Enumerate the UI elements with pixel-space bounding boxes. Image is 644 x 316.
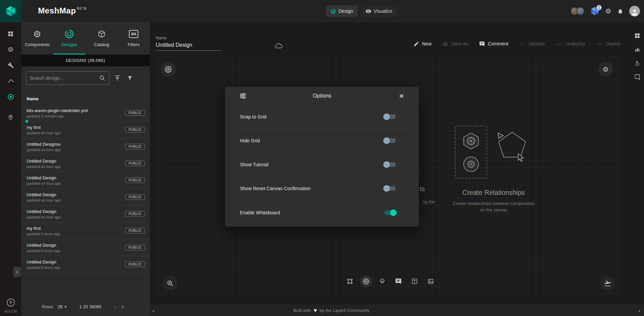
validate-button[interactable]: Validate bbox=[519, 38, 545, 49]
help-icon[interactable]: ? bbox=[7, 299, 15, 307]
new-button[interactable]: New bbox=[414, 38, 432, 49]
design-list-item[interactable]: my first updated 6 hours ago PUBLIC bbox=[21, 222, 150, 239]
tab-catalog[interactable]: Catalog bbox=[85, 22, 118, 55]
hide-grid-toggle[interactable] bbox=[384, 137, 396, 144]
layer5-logo[interactable] bbox=[0, 0, 21, 22]
app-version: v0.6.176 bbox=[4, 310, 17, 313]
tab-components[interactable]: Components bbox=[21, 22, 53, 55]
previous-page-button[interactable]: ‹ bbox=[114, 304, 116, 310]
design-name-input[interactable] bbox=[156, 40, 221, 51]
undeploy-button[interactable]: Undeploy bbox=[556, 38, 585, 49]
arrowhead-icon bbox=[498, 133, 503, 138]
filter-funnel-icon[interactable] bbox=[126, 74, 134, 82]
close-icon[interactable]: × bbox=[399, 92, 404, 100]
design-list-item[interactable]: my first updated an hour ago PUBLIC bbox=[21, 121, 150, 138]
pencil-icon bbox=[414, 41, 419, 47]
comment-panel-icon[interactable] bbox=[633, 72, 642, 82]
notification-badge: 1 bbox=[597, 5, 602, 10]
enable-whiteboard-toggle[interactable] bbox=[384, 209, 396, 216]
design-list-item[interactable]: Untitled Designss updated an hour ago PU… bbox=[21, 138, 150, 155]
option-label: Snap to Grid bbox=[240, 114, 266, 119]
text-tool-icon[interactable] bbox=[408, 275, 421, 287]
hexagon-logo-icon bbox=[5, 5, 16, 17]
comment-button[interactable]: Comment bbox=[479, 38, 508, 49]
search-icon bbox=[99, 75, 106, 81]
chevron-left-icon: ‹ bbox=[114, 303, 116, 310]
design-info: Untitled Design updated 8 hours ago bbox=[27, 259, 125, 270]
tab-visualize[interactable]: Visualize bbox=[361, 5, 397, 17]
user-avatar[interactable] bbox=[629, 6, 640, 16]
design-list-item[interactable]: Untitled Design updated an hour ago PUBL… bbox=[21, 189, 150, 206]
reset-canvas-confirmation-toggle[interactable] bbox=[384, 185, 396, 192]
configuration-wrench-icon[interactable] bbox=[6, 61, 15, 70]
components-tool-icon[interactable] bbox=[344, 275, 356, 287]
design-list-item[interactable]: Untitled Design updated 8 hours ago PUBL… bbox=[21, 239, 150, 256]
tab-designs[interactable]: Designs bbox=[53, 22, 86, 55]
lifecycle-gear-icon[interactable]: ⚙ bbox=[6, 45, 15, 54]
design-list-item[interactable]: Untitled Design updated 8 hours ago PUBL… bbox=[21, 256, 150, 273]
design-info: k8s-wasm-plugin-ratelimiter.yml updated … bbox=[27, 108, 125, 118]
deploy-button[interactable]: Deploy bbox=[596, 38, 620, 49]
settings-gear-icon[interactable]: ⚙ bbox=[605, 8, 611, 14]
design-knot-icon bbox=[330, 8, 336, 14]
notifications-bell-icon[interactable] bbox=[617, 8, 623, 14]
zoom-button[interactable] bbox=[163, 276, 178, 291]
kubernetes-view-button[interactable] bbox=[161, 62, 176, 77]
relationship-illustration bbox=[445, 126, 542, 182]
touch-gesture-icon[interactable] bbox=[633, 59, 642, 68]
show-tutorial-toggle[interactable] bbox=[384, 161, 396, 168]
design-list-item[interactable]: k8s-wasm-plugin-ratelimiter.yml updated … bbox=[21, 105, 150, 121]
occluded-hint-desc-fragment: ng the bbox=[423, 199, 435, 204]
collaborator-avatars[interactable] bbox=[571, 7, 584, 15]
canvas-options-gear-button[interactable]: ⚙ bbox=[598, 62, 613, 77]
person-icon bbox=[630, 8, 639, 16]
gear-glyph: ⚙ bbox=[605, 8, 611, 14]
import-design-icon[interactable] bbox=[113, 74, 122, 82]
mode-switch: Design Visualize bbox=[326, 5, 397, 17]
rail-bottom: ? v0.6.176 bbox=[4, 299, 17, 316]
dashboard-icon[interactable] bbox=[6, 29, 15, 38]
sidebar-expand-button[interactable]: › bbox=[13, 267, 21, 277]
design-name: Untitled Design bbox=[27, 159, 125, 164]
rows-per-page-select[interactable]: 25 ▾ bbox=[58, 304, 67, 309]
chart-panel-icon[interactable] bbox=[633, 45, 642, 54]
design-name: Untitled Design bbox=[27, 243, 125, 248]
media-tool-icon[interactable] bbox=[425, 275, 437, 287]
collapse-left-icon[interactable]: ‹ bbox=[152, 307, 154, 314]
search-row bbox=[21, 66, 150, 87]
design-list-item[interactable]: Untitled Design updated an hour ago PUBL… bbox=[21, 155, 150, 172]
grid-view-icon[interactable] bbox=[633, 31, 642, 40]
option-label: Show Tutorial bbox=[240, 162, 269, 167]
action-label: Validate bbox=[528, 41, 545, 46]
wa-text: WA bbox=[129, 30, 138, 38]
design-list-item[interactable]: Untitled Design updated an hour ago PUBL… bbox=[21, 172, 150, 189]
kubernetes-tool-icon[interactable] bbox=[360, 275, 372, 287]
extensions-icon[interactable] bbox=[6, 92, 15, 102]
meshery-notifications-button[interactable]: 1 bbox=[590, 6, 600, 16]
design-updated: updated 8 hours ago bbox=[27, 266, 125, 270]
rail-nav: ⚙ bbox=[6, 22, 15, 122]
collapse-right-icon[interactable]: ‹ bbox=[639, 307, 641, 314]
snap-to-grid-toggle[interactable] bbox=[384, 113, 396, 120]
tab-filters[interactable]: WA Filters bbox=[118, 22, 150, 55]
takeoff-icon bbox=[604, 280, 611, 287]
save-as-button[interactable]: Save As bbox=[442, 38, 468, 49]
design-actions: New Save As Comment Validate Undeploy bbox=[414, 38, 620, 49]
performance-curve-icon[interactable] bbox=[6, 76, 15, 86]
meshmap-app: ⚙ ? v0.6.176 › MeshMap BETA bbox=[0, 0, 644, 316]
options-modal-body: Snap to Grid Hide Grid Show Tutorial Sho… bbox=[225, 105, 419, 226]
search-input[interactable] bbox=[30, 75, 99, 81]
location-pin-icon[interactable] bbox=[6, 113, 15, 122]
comment-tool-icon[interactable] bbox=[392, 275, 404, 287]
next-page-button[interactable]: › bbox=[121, 304, 123, 310]
design-updated: updated an hour ago bbox=[27, 131, 125, 135]
design-name: Untitled Design bbox=[27, 192, 125, 197]
takeoff-button[interactable] bbox=[600, 276, 615, 291]
meshmap-knot-icon bbox=[64, 29, 74, 39]
visibility-badge: PUBLIC bbox=[125, 161, 145, 166]
gear-glyph: ⚙ bbox=[8, 46, 14, 53]
tab-design[interactable]: Design bbox=[326, 5, 358, 17]
comment-bubble bbox=[395, 278, 402, 285]
design-list-item[interactable]: Untitled Design updated an hour ago PUBL… bbox=[21, 206, 150, 222]
draw-shape-tool-icon[interactable] bbox=[376, 275, 388, 287]
